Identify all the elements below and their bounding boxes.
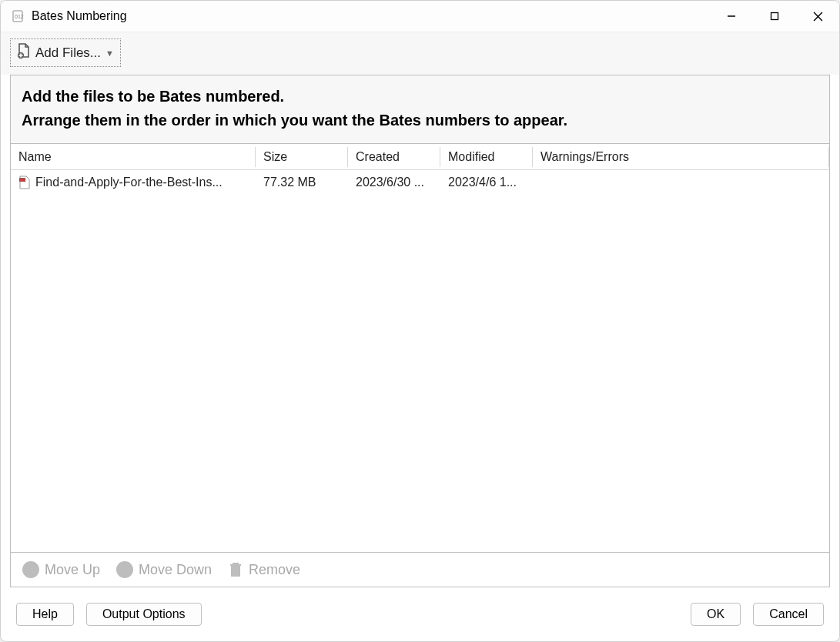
ok-button[interactable]: OK — [691, 603, 741, 626]
toolbar: Add Files... ▼ — [1, 32, 839, 75]
app-icon: 012 — [12, 9, 25, 23]
remove-label: Remove — [249, 562, 300, 578]
col-header-created[interactable]: Created — [348, 147, 440, 167]
pdf-icon — [18, 176, 31, 189]
list-actions: Move Up Move Down Remove — [11, 552, 829, 587]
instruction-line-2: Arrange them in the order in which you w… — [22, 109, 818, 132]
chevron-down-icon: ▼ — [105, 48, 114, 58]
table-body: Find-and-Apply-For-the-Best-Ins... 77.32… — [11, 170, 829, 552]
trash-icon — [227, 560, 244, 579]
col-header-modified[interactable]: Modified — [440, 147, 533, 167]
move-down-button[interactable]: Move Down — [115, 560, 212, 579]
maximize-icon — [770, 12, 779, 21]
move-up-button[interactable]: Move Up — [22, 560, 100, 579]
file-table: Name Size Created Modified Warnings/Erro… — [11, 144, 829, 552]
instructions: Add the files to be Bates numbered. Arra… — [11, 75, 829, 144]
file-name-text: Find-and-Apply-For-the-Best-Ins... — [35, 176, 223, 189]
add-files-button[interactable]: Add Files... ▼ — [10, 38, 121, 67]
cell-created: 2023/6/30 ... — [348, 172, 440, 192]
svg-text:012: 012 — [15, 14, 24, 19]
cell-name: Find-and-Apply-For-the-Best-Ins... — [11, 172, 256, 193]
instruction-line-1: Add the files to be Bates numbered. — [22, 85, 818, 109]
arrow-up-icon — [22, 560, 40, 579]
arrow-down-icon — [115, 560, 134, 579]
col-header-size[interactable]: Size — [256, 147, 348, 167]
close-icon — [813, 12, 823, 22]
main-panel: Add the files to be Bates numbered. Arra… — [10, 75, 830, 587]
remove-button[interactable]: Remove — [227, 560, 300, 579]
table-row[interactable]: Find-and-Apply-For-the-Best-Ins... 77.32… — [11, 170, 829, 195]
minimize-icon — [727, 12, 736, 21]
window-controls — [710, 1, 839, 32]
bates-numbering-dialog: 012 Bates Numbering — [0, 0, 840, 642]
add-files-label: Add Files... — [35, 45, 101, 61]
cancel-button[interactable]: Cancel — [753, 603, 824, 626]
minimize-button[interactable] — [710, 1, 753, 32]
output-options-button[interactable]: Output Options — [86, 603, 202, 626]
move-up-label: Move Up — [45, 562, 100, 578]
maximize-button[interactable] — [753, 1, 796, 32]
window-title: Bates Numbering — [32, 9, 127, 23]
dialog-footer: Help Output Options OK Cancel — [1, 595, 839, 641]
col-header-warnings[interactable]: Warnings/Errors — [533, 147, 829, 167]
svg-rect-3 — [771, 13, 778, 20]
add-file-icon — [15, 42, 32, 63]
cell-warnings — [533, 179, 829, 186]
titlebar: 012 Bates Numbering — [1, 1, 839, 32]
table-header: Name Size Created Modified Warnings/Erro… — [11, 144, 829, 170]
help-button[interactable]: Help — [16, 603, 74, 626]
cell-modified: 2023/4/6 1... — [440, 172, 533, 192]
close-button[interactable] — [796, 1, 839, 32]
move-down-label: Move Down — [139, 562, 212, 578]
cell-size: 77.32 MB — [256, 172, 348, 192]
col-header-name[interactable]: Name — [11, 147, 256, 167]
svg-rect-9 — [19, 178, 25, 182]
